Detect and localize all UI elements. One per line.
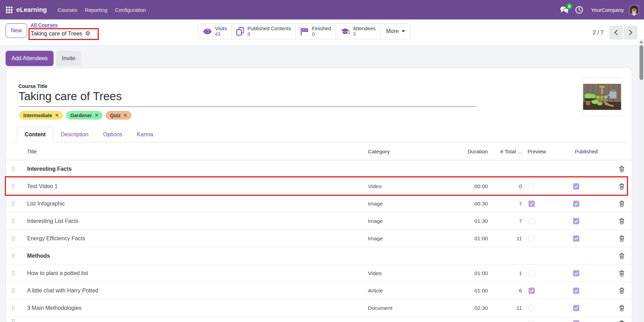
stat-button-finished[interactable]: Finished0	[296, 24, 336, 39]
row-title[interactable]: 3 Main Methodologies	[22, 305, 367, 311]
drag-handle-icon[interactable]	[12, 306, 22, 310]
user-menu[interactable]: YourCompany	[591, 7, 624, 13]
column-preview[interactable]: Preview	[522, 148, 541, 154]
row-total[interactable]: 1	[488, 270, 522, 276]
table-row[interactable]: Interesting Facts	[6, 160, 632, 178]
row-category[interactable]: Video	[367, 270, 429, 276]
tag-intermediate[interactable]: Intermediate✕	[19, 111, 63, 120]
course-title-input[interactable]: Taking care of Trees	[18, 90, 476, 107]
tag-remove-icon[interactable]: ✕	[123, 113, 127, 118]
published-checkbox[interactable]	[573, 218, 579, 224]
row-total[interactable]: 7	[488, 201, 522, 207]
row-total[interactable]: 0	[488, 183, 522, 190]
table-row[interactable]: Test Video 1 Video 00:00 0	[6, 178, 632, 195]
row-category[interactable]: Document	[367, 305, 429, 311]
breadcrumb-all-courses[interactable]: All Courses	[31, 23, 58, 27]
delete-row-button[interactable]	[611, 235, 632, 242]
preview-checkbox[interactable]	[529, 235, 535, 242]
table-row[interactable]: Energy Efficiency Facts Image 01:00 11	[6, 230, 632, 247]
row-category[interactable]: Image	[367, 235, 429, 242]
row-category[interactable]: Image	[367, 218, 429, 224]
more-button[interactable]: More	[380, 24, 410, 39]
row-title[interactable]: How to plant a potted.list	[22, 270, 367, 276]
published-checkbox[interactable]	[573, 320, 579, 322]
activities-button[interactable]	[574, 6, 584, 14]
new-button[interactable]: New	[6, 23, 27, 38]
preview-checkbox[interactable]	[529, 270, 535, 276]
avatar[interactable]	[629, 5, 639, 15]
pager-next-button[interactable]	[624, 26, 637, 40]
row-duration[interactable]: 01:00	[429, 288, 488, 294]
add-attendees-button[interactable]: Add Attendees	[6, 51, 54, 66]
delete-row-button[interactable]	[611, 183, 632, 190]
drag-handle-icon[interactable]	[12, 184, 22, 188]
tab-karma[interactable]: Karma	[130, 127, 161, 142]
delete-row-button[interactable]	[611, 166, 632, 172]
row-duration[interactable]: 02:30	[429, 305, 488, 311]
row-title[interactable]: Energy Efficiency Facts	[22, 235, 367, 242]
drag-handle-icon[interactable]	[12, 219, 22, 223]
table-row[interactable]: List Infographic Image 00:30 7	[6, 195, 632, 212]
published-checkbox[interactable]	[573, 235, 579, 242]
row-title[interactable]: Interesting List Facts	[22, 218, 367, 224]
preview-checkbox[interactable]	[529, 201, 535, 207]
table-row[interactable]: Interesting List Facts Image 01:30 7	[6, 212, 632, 230]
row-duration[interactable]: 00:00	[429, 183, 488, 190]
drag-handle-icon[interactable]	[12, 271, 22, 275]
tab-description[interactable]: Description	[53, 127, 96, 142]
row-duration[interactable]: 00:30	[429, 201, 488, 207]
row-category[interactable]: Image	[367, 201, 429, 207]
drag-handle-icon[interactable]	[12, 253, 22, 258]
table-row[interactable]: Methods	[6, 247, 632, 265]
app-name[interactable]: eLearning	[16, 6, 47, 14]
row-title[interactable]: A little chat with Harry Potted	[22, 288, 367, 294]
delete-row-button[interactable]	[611, 320, 632, 322]
preview-checkbox[interactable]	[529, 320, 535, 322]
delete-row-button[interactable]	[611, 288, 632, 294]
delete-row-button[interactable]	[611, 305, 632, 311]
table-row[interactable]: How to plant a potted.list Video 01:00 1	[6, 265, 632, 282]
row-title[interactable]: List Infographic	[22, 201, 367, 207]
vertical-scrollbar[interactable]	[638, 39, 644, 322]
tab-content[interactable]: Content	[17, 127, 53, 142]
preview-checkbox[interactable]	[529, 305, 535, 311]
row-total[interactable]: 11	[488, 305, 522, 311]
delete-row-button[interactable]	[611, 218, 632, 224]
preview-checkbox[interactable]	[529, 183, 535, 190]
preview-checkbox[interactable]	[529, 288, 535, 294]
scroll-up-arrow-icon[interactable]	[639, 41, 643, 43]
row-total[interactable]: 7	[488, 218, 522, 224]
row-title[interactable]: Interesting Facts	[22, 166, 367, 172]
table-row[interactable]	[6, 317, 632, 322]
scrollbar-thumb[interactable]	[639, 45, 643, 80]
column-category[interactable]: Category	[367, 148, 429, 155]
row-duration[interactable]: 01:30	[429, 218, 488, 224]
tag-quiz[interactable]: Quiz✕	[106, 111, 131, 120]
drag-handle-icon[interactable]	[12, 319, 22, 322]
published-checkbox[interactable]	[573, 288, 579, 294]
published-checkbox[interactable]	[573, 270, 579, 276]
column-published[interactable]: Published	[541, 148, 611, 154]
preview-checkbox[interactable]	[529, 218, 535, 224]
apps-grid-icon[interactable]	[6, 7, 13, 13]
delete-row-button[interactable]	[611, 201, 632, 207]
pager-previous-button[interactable]	[609, 26, 623, 40]
table-row[interactable]: 3 Main Methodologies Document 02:30 11	[6, 299, 632, 317]
gear-icon[interactable]: ⚙	[85, 31, 90, 37]
tag-remove-icon[interactable]: ✕	[95, 113, 98, 118]
column-title[interactable]: Title	[22, 148, 367, 154]
tab-options[interactable]: Options	[96, 127, 129, 142]
row-title[interactable]: Methods	[22, 253, 367, 259]
published-checkbox[interactable]	[573, 201, 579, 207]
drag-handle-icon[interactable]	[12, 288, 22, 293]
published-checkbox[interactable]	[573, 183, 579, 190]
stat-button-visits[interactable]: Visits43	[199, 24, 231, 39]
nav-menu-courses[interactable]: Courses	[54, 3, 81, 16]
row-total[interactable]: 11	[488, 235, 522, 242]
invite-button[interactable]: Invite	[56, 51, 81, 66]
row-duration[interactable]: 01:00	[429, 235, 488, 242]
column-total[interactable]: # Total ...	[488, 148, 522, 155]
delete-row-button[interactable]	[611, 270, 632, 276]
row-category[interactable]: Video	[367, 183, 429, 190]
stat-button-attendees[interactable]: Attendees3	[336, 24, 380, 39]
